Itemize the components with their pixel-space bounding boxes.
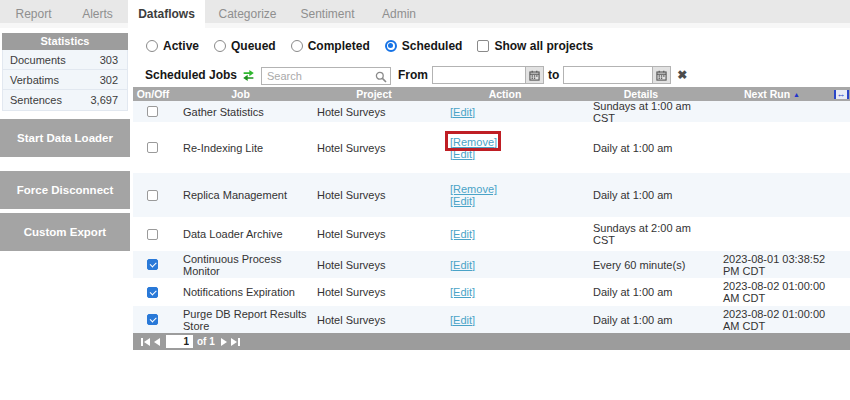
radio-queued[interactable]: Queued: [214, 39, 276, 53]
stat-sentences: Sentences 3,697: [3, 90, 127, 110]
edit-link[interactable]: [Edit]: [450, 259, 475, 271]
edit-link[interactable]: [Edit]: [450, 106, 475, 118]
row-toggle-checkbox[interactable]: [147, 142, 158, 153]
table-header-row: On/Off Job Project Action Details Next R…: [133, 87, 850, 101]
row-toggle-checkbox[interactable]: [147, 106, 158, 117]
pagination-bar: of 1: [133, 333, 850, 350]
statistics-header: Statistics: [2, 33, 128, 50]
calendar-icon[interactable]: [652, 67, 670, 83]
tab-admin[interactable]: Admin: [365, 0, 433, 28]
tabbar-filler: [433, 0, 850, 23]
job-cell: Continuous Process Monitor: [173, 251, 308, 278]
header-action[interactable]: Action: [440, 87, 570, 101]
to-label: to: [548, 68, 559, 82]
job-cell: Purge DB Report Results Store: [173, 306, 308, 333]
details-cell: Sundays at 2:00 am CST: [570, 217, 712, 251]
remove-link[interactable]: [Remove]: [450, 183, 497, 195]
table-row: Replica Management Hotel Surveys [Remove…: [133, 173, 850, 217]
to-date-input[interactable]: [564, 67, 652, 83]
tab-report[interactable]: Report: [0, 0, 67, 28]
resize-cell: [832, 251, 850, 278]
edit-link[interactable]: [Edit]: [450, 228, 475, 240]
from-date-box: [432, 66, 544, 84]
row-toggle-checkbox[interactable]: [147, 287, 158, 298]
refresh-icon[interactable]: [242, 69, 255, 82]
job-cell: Gather Statistics: [173, 101, 308, 122]
tab-alerts[interactable]: Alerts: [67, 0, 128, 28]
project-cell: Hotel Surveys: [308, 217, 440, 251]
stat-verbatims: Verbatims 302: [3, 70, 127, 90]
details-cell: Every 60 minute(s): [570, 251, 712, 278]
radio-queued-control[interactable]: [214, 40, 226, 52]
project-cell: Hotel Surveys: [308, 306, 440, 333]
next-run-cell: 2023-08-01 03:38:52 PM CDT: [712, 251, 832, 278]
edit-link[interactable]: [Edit]: [450, 286, 475, 298]
sort-asc-icon: ▲: [793, 91, 800, 98]
header-job[interactable]: Job: [173, 87, 308, 101]
resize-cell: [832, 278, 850, 306]
last-page-icon[interactable]: [231, 338, 241, 346]
table-row: Re-Indexing Lite Hotel Surveys [Remove] …: [133, 122, 850, 173]
clear-dates-icon[interactable]: ✖: [677, 68, 687, 82]
row-toggle-checkbox[interactable]: [147, 259, 158, 270]
radio-scheduled-control[interactable]: [385, 40, 397, 52]
stat-value: 302: [100, 74, 118, 86]
edit-link[interactable]: [Edit]: [450, 195, 475, 207]
from-date-input[interactable]: [433, 67, 525, 83]
remove-link[interactable]: [Remove]: [450, 136, 497, 148]
edit-link[interactable]: [Edit]: [450, 148, 475, 160]
header-on-off[interactable]: On/Off: [133, 87, 173, 101]
custom-export-button[interactable]: Custom Export: [0, 213, 130, 251]
resize-columns-icon[interactable]: ↔: [834, 90, 849, 99]
stat-value: 3,697: [90, 94, 118, 106]
edit-link[interactable]: [Edit]: [450, 314, 475, 326]
search-input[interactable]: [261, 67, 391, 85]
table-row: Gather Statistics Hotel Surveys [Edit] S…: [133, 101, 850, 122]
next-run-cell: [712, 217, 832, 251]
next-page-icon[interactable]: [221, 338, 227, 346]
stat-documents: Documents 303: [3, 50, 127, 70]
force-disconnect-button[interactable]: Force Disconnect: [0, 171, 130, 209]
table-row: Purge DB Report Results Store Hotel Surv…: [133, 306, 850, 333]
details-cell: Daily at 1:00 am: [570, 306, 712, 333]
radio-active[interactable]: Active: [146, 39, 199, 53]
job-cell: Data Loader Archive: [173, 217, 308, 251]
prev-page-icon[interactable]: [154, 338, 160, 346]
page-count-label: of 1: [197, 336, 215, 347]
calendar-icon[interactable]: [525, 67, 543, 83]
radio-active-control[interactable]: [146, 40, 158, 52]
project-cell: Hotel Surveys: [308, 122, 440, 173]
show-all-projects-checkbox[interactable]: [477, 40, 489, 52]
tab-categorize[interactable]: Categorize: [205, 0, 290, 28]
search-box: [261, 66, 391, 85]
project-cell: Hotel Surveys: [308, 278, 440, 306]
main-content: Active Queued Completed Scheduled Show a…: [133, 33, 850, 350]
header-next-run-label: Next Run: [744, 88, 790, 100]
tab-sentiment[interactable]: Sentiment: [290, 0, 365, 28]
row-toggle-checkbox[interactable]: [147, 314, 158, 325]
next-run-cell: 2023-08-02 01:00:00 AM CDT: [712, 306, 832, 333]
job-cell: Re-Indexing Lite: [173, 122, 308, 173]
table-row: Notifications Expiration Hotel Surveys […: [133, 278, 850, 306]
status-filter-row: Active Queued Completed Scheduled Show a…: [133, 37, 850, 54]
project-cell: Hotel Surveys: [308, 251, 440, 278]
row-toggle-checkbox[interactable]: [147, 229, 158, 240]
show-all-projects-checkbox-group[interactable]: Show all projects: [477, 39, 593, 53]
details-cell: Daily at 1:00 am: [570, 173, 712, 217]
resize-cell: [832, 173, 850, 217]
header-next-run[interactable]: Next Run ▲: [712, 87, 832, 101]
header-project[interactable]: Project: [308, 87, 440, 101]
radio-completed[interactable]: Completed: [291, 39, 370, 53]
table-row: Continuous Process Monitor Hotel Surveys…: [133, 251, 850, 278]
scheduled-jobs-title: Scheduled Jobs: [145, 68, 237, 82]
first-page-icon[interactable]: [140, 338, 150, 346]
radio-scheduled[interactable]: Scheduled: [385, 39, 463, 53]
row-toggle-checkbox[interactable]: [147, 190, 158, 201]
tab-dataflows[interactable]: Dataflows: [128, 0, 205, 28]
page-number-input[interactable]: [166, 335, 193, 348]
radio-completed-control[interactable]: [291, 40, 303, 52]
start-data-loader-button[interactable]: Start Data Loader: [0, 119, 130, 157]
top-tab-bar: Report Alerts Dataflows Categorize Senti…: [0, 0, 850, 28]
stat-label: Sentences: [10, 94, 62, 106]
resize-cell: [832, 217, 850, 251]
